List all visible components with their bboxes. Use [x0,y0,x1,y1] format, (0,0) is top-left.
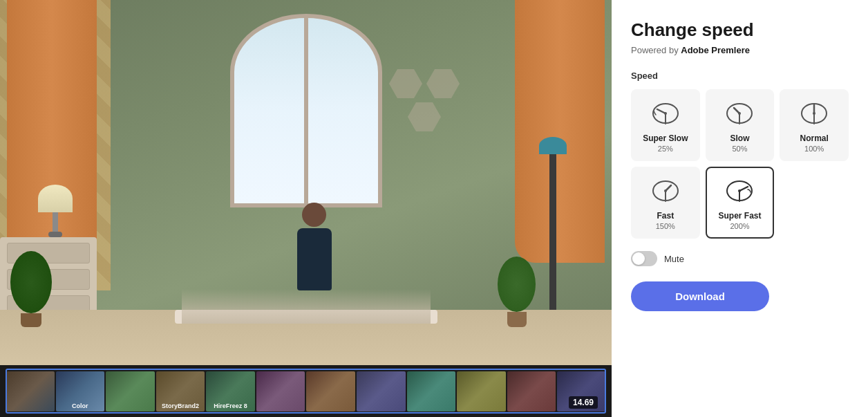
speed-percent-super-slow: 25% [658,145,673,153]
film-frame[interactable] [357,371,406,411]
panel-subtitle: Powered by Adobe Premlere [631,45,849,55]
page-title: Change speed [631,19,849,41]
speed-card-normal[interactable]: Normal 100% [780,89,849,161]
speed-icon-super-slow [649,100,682,128]
film-frame[interactable] [106,371,155,411]
timeline[interactable]: Color StoryBrand2 HireFreez 8 14.69 [0,365,612,417]
plant-left [10,251,52,327]
speed-name-super-fast: Super Fast [718,211,761,221]
film-frame[interactable] [457,371,506,411]
curtain-right [515,0,605,263]
svg-point-2 [664,112,667,115]
speed-card-empty [780,167,849,239]
film-frame[interactable] [507,371,556,411]
film-frame[interactable] [407,371,456,411]
speed-percent-super-fast: 200% [730,222,749,230]
video-scene [0,0,612,365]
toggle-knob [632,252,645,265]
speed-name-slow: Slow [730,133,749,143]
speed-options-row2: Fast 150% Super Fast 200% [631,167,849,239]
speed-name-super-slow: Super Slow [643,133,688,143]
speed-name-normal: Normal [800,133,828,143]
speed-card-slow[interactable]: Slow 50% [706,89,775,161]
plant-right [498,257,536,327]
speed-card-fast[interactable]: Fast 150% [631,167,700,239]
lamp-shade [539,137,567,154]
speed-icon-super-fast [723,178,756,205]
svg-line-0 [657,109,666,113]
svg-point-11 [664,189,667,192]
hex-shelves [389,69,460,131]
svg-point-5 [738,112,741,115]
frame-label: HireFreez 8 [214,402,247,409]
subtitle-brand: Adobe Premlere [681,45,750,55]
mute-toggle[interactable] [631,251,657,266]
subtitle-text: Powered by [631,45,681,55]
speed-section-label: Speed [631,71,849,81]
svg-point-14 [738,189,741,192]
svg-point-8 [813,112,815,115]
mute-label: Mute [664,254,684,264]
film-frame[interactable]: HireFreez 8 [206,371,255,411]
scene-window [230,14,382,207]
speed-percent-fast: 150% [656,222,675,230]
speed-percent-normal: 100% [804,145,824,153]
speed-card-super-slow[interactable]: Super Slow 25% [631,89,700,161]
speed-percent-slow: 50% [732,145,747,153]
speed-icon-normal [798,100,831,128]
floor-lamp [549,144,556,324]
svg-line-12 [739,187,748,191]
film-frame[interactable]: StoryBrand2 [156,371,205,411]
timeline-timecode: 14.69 [569,396,598,409]
person-figure [294,203,335,313]
mute-row: Mute [631,251,849,266]
film-frame[interactable] [256,371,305,411]
frame-label: Color [72,402,88,409]
speed-icon-fast [649,178,682,205]
left-panel: Color StoryBrand2 HireFreez 8 14.69 [0,0,612,417]
right-panel: Change speed Powered by Adobe Premlere S… [612,0,868,417]
speed-icon-slow [723,100,756,128]
frame-label: StoryBrand2 [162,402,199,409]
film-frame[interactable]: Color [56,371,105,411]
film-frame[interactable] [306,371,355,411]
speed-options-row1: Super Slow 25% Slow 50% [631,89,849,161]
speed-name-fast: Fast [657,211,674,221]
download-button[interactable]: Download [631,281,769,311]
video-container [0,0,612,365]
speed-card-super-fast[interactable]: Super Fast 200% [706,167,775,239]
table-lamp [38,185,73,237]
film-frame[interactable] [6,371,55,411]
